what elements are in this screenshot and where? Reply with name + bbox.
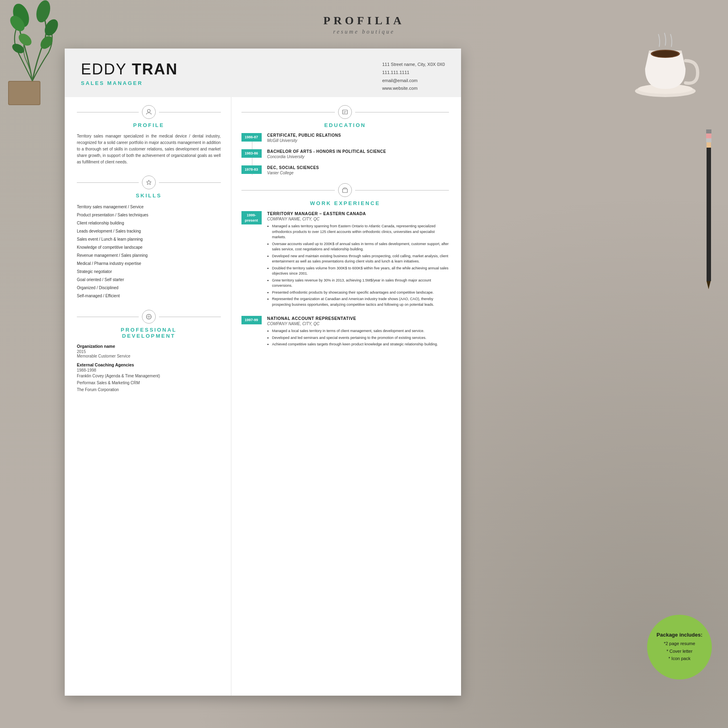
education-date: 1986-87: [241, 133, 262, 142]
work-bullet-item: Managed a local sales territory in terms…: [272, 328, 449, 334]
education-date: 1983-86: [241, 149, 262, 158]
right-col-inner: EDUCATION 1986-87CERTIFICATE, PUBLIC REL…: [231, 105, 449, 349]
work-job-title: NATIONAL ACCOUNT REPRESENTATIVE: [267, 316, 449, 321]
package-item-2: * Cover letter: [667, 648, 692, 655]
brand-subtitle: resume boutique: [324, 29, 405, 35]
decorative-plant: [0, 0, 89, 131]
school-name: Vanier College: [267, 171, 319, 175]
work-bullet-item: Developed new and maintain existing busi…: [272, 254, 449, 265]
brand-name: PROFILIA: [324, 14, 405, 27]
skills-list: Territory sales management / ServiceProd…: [77, 203, 221, 300]
svg-rect-31: [343, 189, 347, 193]
resume-body: PROFILE Territory sales manager speciali…: [65, 97, 461, 696]
work-bullet-item: Represented the organization at Canadian…: [272, 296, 449, 307]
education-header-decoration: [241, 105, 449, 119]
work-bullet-item: Developed and led seminars and special e…: [272, 335, 449, 341]
work-experience-section: WORK EXPERIENCE 1999- presentTERRITORY M…: [241, 183, 449, 349]
education-entry: 1986-87CERTIFICATE, PUBLIC RELATIONSMcGi…: [241, 133, 449, 143]
education-content: BACHELOR OF ARTS - HONORS IN POLITICAL S…: [267, 149, 386, 159]
pd-content: Organization name 2015 Memorable Custome…: [77, 344, 221, 393]
skills-section: SKILLS Territory sales management / Serv…: [77, 176, 221, 300]
work-date: 1999- present: [241, 211, 262, 224]
work-bullet-item: Achieved competitive sales targets throu…: [272, 342, 449, 347]
education-content: DEC, SOCIAL SCIENCESVanier College: [267, 165, 319, 175]
resume-paper: EDDY TRAN SALES MANAGER 111 Street name,…: [65, 49, 461, 696]
education-title: EDUCATION: [241, 122, 449, 128]
work-bullet-item: Managed a sales territory spanning from …: [272, 224, 449, 240]
pd-desc-1: Memorable Customer Service: [77, 354, 221, 358]
email: email@email.com: [382, 77, 445, 85]
work-bullet-item: Doubled the territory sales volume from …: [272, 266, 449, 277]
pd-icon: [142, 310, 156, 324]
work-bullet-item: Grew territory sales revenue by 30% in 2…: [272, 278, 449, 289]
job-title-header: SALES MANAGER: [81, 80, 178, 86]
degree-title: DEC, SOCIAL SCIENCES: [267, 165, 319, 170]
pd-year-1: 2015: [77, 349, 221, 354]
svg-rect-1: [9, 82, 40, 104]
package-title: Package includes:: [656, 632, 702, 638]
coffee-cup: [623, 20, 708, 107]
education-content: CERTIFICATE, PUBLIC RELATIONSMcGill Univ…: [267, 133, 341, 143]
pd-items-2: Franklin Covey (Agenda & Time Management…: [77, 372, 221, 393]
work-entry: 1997-99NATIONAL ACCOUNT REPRESENTATIVECO…: [241, 316, 449, 349]
work-bullet-item: Presented orthodontic products by showca…: [272, 290, 449, 296]
resume-header: EDDY TRAN SALES MANAGER 111 Street name,…: [65, 49, 461, 97]
package-item-3: * Icon pack: [669, 655, 690, 662]
skills-icon: [142, 176, 156, 189]
school-name: McGill University: [267, 138, 341, 143]
education-date: 1978-83: [241, 165, 262, 174]
package-item-1: *2 page resume: [664, 640, 695, 648]
contact-info: 111 Street name, City, X0X 0X0 111.111.1…: [382, 61, 445, 93]
work-job-title: TERRITORY MANAGER – EASTERN CANADA: [267, 211, 449, 216]
svg-point-21: [147, 110, 150, 112]
pd-org-1: Organization name: [77, 344, 221, 349]
work-company: COMPANY NAME, CITY, QC: [267, 217, 449, 221]
education-entry: 1983-86BACHELOR OF ARTS - HONORS IN POLI…: [241, 149, 449, 159]
svg-point-23: [148, 316, 150, 317]
package-badge: Package includes: *2 page resume * Cover…: [647, 615, 712, 679]
svg-rect-19: [706, 129, 711, 133]
brand-header: PROFILIA resume boutique: [324, 14, 405, 35]
skills-title: SKILLS: [77, 193, 221, 199]
work-timeline: 1999- presentTERRITORY MANAGER – EASTERN…: [241, 211, 449, 349]
profile-section: PROFILE Territory sales manager speciali…: [77, 105, 221, 165]
work-company: COMPANY NAME, CITY, QC: [267, 322, 449, 326]
profile-title: PROFILE: [77, 122, 221, 128]
skills-header-decoration: [77, 176, 221, 189]
education-timeline: 1986-87CERTIFICATE, PUBLIC RELATIONSMcGi…: [241, 133, 449, 175]
degree-title: CERTIFICATE, PUBLIC RELATIONS: [267, 133, 341, 138]
hr-line-right: [159, 112, 221, 112]
professional-development-section: PROFESSIONALDEVELOPMENT Organization nam…: [77, 310, 221, 393]
education-icon: [338, 105, 352, 119]
work-bullet-item: Oversaw accounts valued up to 200K$ of a…: [272, 241, 449, 252]
work-entry: 1999- presentTERRITORY MANAGER – EASTERN…: [241, 211, 449, 309]
degree-title: BACHELOR OF ARTS - HONORS IN POLITICAL S…: [267, 149, 386, 154]
pd-org-2: External Coaching Agencies: [77, 362, 221, 367]
svg-point-13: [652, 51, 678, 57]
school-name: Concordia University: [267, 154, 386, 159]
work-date: 1997-99: [241, 316, 262, 324]
right-column: EDUCATION 1986-87CERTIFICATE, PUBLIC REL…: [231, 97, 461, 696]
profile-icon: [142, 105, 156, 119]
education-entry: 1978-83DEC, SOCIAL SCIENCESVanier Colleg…: [241, 165, 449, 175]
pd-header-decoration: [77, 310, 221, 324]
svg-rect-28: [343, 110, 347, 114]
profile-header-decoration: [77, 105, 221, 119]
svg-point-3: [34, 0, 52, 24]
education-section: EDUCATION 1986-87CERTIFICATE, PUBLIC REL…: [241, 105, 449, 175]
address: 111 Street name, City, X0X 0X0: [382, 61, 445, 69]
work-bullets: Managed a sales territory spanning from …: [267, 224, 449, 307]
svg-marker-20: [707, 281, 711, 289]
pd-year-2: 1988-1998: [77, 368, 221, 372]
work-bullets: Managed a local sales territory in terms…: [267, 328, 449, 347]
name-area: EDDY TRAN SALES MANAGER: [81, 61, 178, 86]
pd-title: PROFESSIONALDEVELOPMENT: [77, 327, 221, 339]
profile-text: Territory sales manager specialized in t…: [77, 133, 221, 165]
work-content: NATIONAL ACCOUNT REPRESENTATIVECOMPANY N…: [267, 316, 449, 349]
svg-rect-15: [707, 146, 711, 281]
work-content: TERRITORY MANAGER – EASTERN CANADACOMPAN…: [267, 211, 449, 309]
last-name: TRAN: [132, 61, 178, 78]
svg-rect-18: [706, 133, 711, 138]
work-title: WORK EXPERIENCE: [241, 200, 449, 206]
work-header-decoration: [241, 183, 449, 197]
